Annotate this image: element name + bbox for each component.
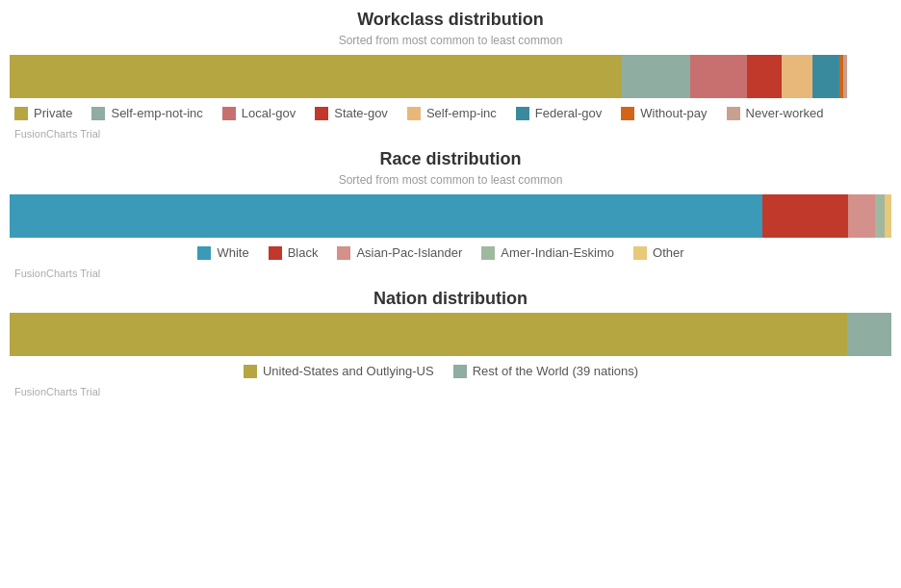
legend-item-black: Black [269, 245, 319, 260]
legend-item-never-worked: Never-worked [727, 106, 824, 120]
legend-item-self-emp-inc: Self-emp-inc [407, 106, 497, 120]
workclass-bar [10, 55, 891, 98]
legend-color-box [197, 246, 211, 260]
legend-color-box [14, 107, 28, 120]
legend-color-box [481, 246, 495, 260]
legend-label: Never-worked [746, 106, 824, 120]
bar-segment-black [762, 194, 848, 238]
legend-color-box [222, 107, 236, 120]
bar-segment-self-emp-inc [782, 55, 812, 98]
legend-label: Local-gov [242, 106, 296, 120]
bar-segment-amer-indian-eskimo [875, 194, 884, 238]
workclass-subtitle: Sorted from most common to least common [10, 34, 891, 47]
legend-label: Without-pay [640, 106, 707, 120]
legend-item-other: Other [633, 245, 684, 260]
race-section: Race distribution Sorted from most commo… [0, 149, 901, 279]
workclass-legend: PrivateSelf-emp-not-incLocal-govState-go… [10, 106, 891, 124]
legend-item-rest-of-the-world-(39-nations): Rest of the World (39 nations) [453, 364, 638, 378]
bar-segment-asian-pac-islander [848, 194, 875, 238]
workclass-title: Workclass distribution [10, 10, 891, 30]
legend-item-state-gov: State-gov [315, 106, 388, 120]
legend-label: Federal-gov [535, 106, 602, 120]
legend-label: White [217, 245, 248, 260]
legend-label: Black [288, 245, 319, 260]
nation-bar [10, 313, 891, 356]
legend-label: Asian-Pac-Islander [356, 245, 462, 260]
race-trial: FusionCharts Trial [10, 268, 891, 279]
race-title: Race distribution [10, 149, 891, 169]
legend-color-box [516, 107, 529, 120]
nation-trial: FusionCharts Trial [10, 386, 891, 397]
bar-segment-local-gov [690, 55, 747, 98]
legend-item-local-gov: Local-gov [222, 106, 296, 120]
bar-segment-rest-of-the-world-(39-nations) [847, 313, 891, 356]
race-subtitle: Sorted from most common to least common [10, 173, 891, 187]
race-bar [10, 194, 891, 238]
legend-item-amer-indian-eskimo: Amer-Indian-Eskimo [481, 245, 614, 260]
bar-segment-other [885, 194, 891, 238]
bar-segment-private [10, 55, 622, 98]
bar-segment-state-gov [747, 55, 783, 98]
bar-segment-federal-gov [812, 55, 838, 98]
nation-legend: United-States and Outlying-USRest of the… [10, 364, 891, 382]
nation-title: Nation distribution [10, 289, 891, 309]
bar-segment-self-emp-not-inc [622, 55, 690, 98]
bar-segment-united-states-and-outlying-us [10, 313, 847, 356]
legend-label: State-gov [334, 106, 388, 120]
race-legend: WhiteBlackAsian-Pac-IslanderAmer-Indian-… [10, 245, 891, 264]
legend-color-box [453, 365, 467, 378]
bar-segment-white [10, 194, 762, 238]
nation-section: Nation distribution United-States and Ou… [0, 289, 901, 397]
legend-color-box [269, 246, 282, 260]
legend-item-self-emp-not-inc: Self-emp-not-inc [91, 106, 202, 120]
legend-color-box [621, 107, 634, 120]
legend-item-united-states-and-outlying-us: United-States and Outlying-US [244, 364, 434, 378]
legend-color-box [315, 107, 328, 120]
legend-label: Rest of the World (39 nations) [473, 364, 638, 378]
legend-color-box [633, 246, 647, 260]
legend-label: Amer-Indian-Eskimo [501, 245, 614, 260]
legend-item-asian-pac-islander: Asian-Pac-Islander [337, 245, 462, 260]
legend-label: Other [653, 245, 684, 260]
legend-label: Self-emp-inc [426, 106, 497, 120]
legend-color-box [337, 246, 350, 260]
bar-segment-never-worked [843, 55, 847, 98]
legend-label: Private [34, 106, 72, 120]
legend-item-white: White [197, 245, 248, 260]
legend-color-box [407, 107, 421, 120]
legend-label: United-States and Outlying-US [263, 364, 434, 378]
legend-item-federal-gov: Federal-gov [516, 106, 602, 120]
legend-color-box [91, 107, 105, 120]
legend-item-private: Private [14, 106, 72, 120]
legend-item-without-pay: Without-pay [621, 106, 707, 120]
legend-color-box [244, 365, 257, 378]
workclass-section: Workclass distribution Sorted from most … [0, 10, 901, 140]
legend-color-box [727, 107, 740, 120]
legend-label: Self-emp-not-inc [111, 106, 202, 120]
workclass-trial: FusionCharts Trial [10, 128, 891, 140]
